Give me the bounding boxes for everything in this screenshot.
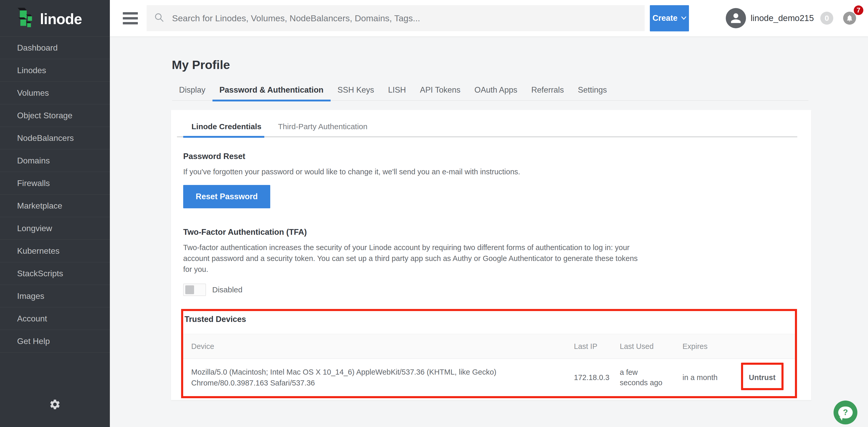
expires-cell: in a month <box>682 373 717 382</box>
sidebar-item-domains[interactable]: Domains <box>0 149 110 172</box>
sidebar-item-linodes[interactable]: Linodes <box>0 59 110 82</box>
help-chat-button[interactable]: ? <box>834 401 857 424</box>
linode-cloud-manager: linode Dashboard Linodes Volumes Object … <box>0 0 868 427</box>
user-avatar[interactable] <box>726 8 746 28</box>
tab-lish[interactable]: LISH <box>381 85 413 101</box>
search-icon <box>154 12 165 24</box>
table-row: Mozilla/5.0 (Macintosh; Intel Mac OS X 1… <box>183 359 795 396</box>
events-count-badge[interactable]: 0 <box>820 12 833 25</box>
trusted-devices-highlight: Trusted Devices Device Last IP Last Used… <box>181 309 797 398</box>
tab-referrals[interactable]: Referrals <box>524 85 571 101</box>
search-input[interactable] <box>172 13 645 24</box>
trusted-devices-table-header: Device Last IP Last Used Expires <box>183 334 795 359</box>
tfa-toggle-label: Disabled <box>212 285 243 294</box>
device-cell: Mozilla/5.0 (Macintosh; Intel Mac OS X 1… <box>191 367 564 388</box>
last-ip-cell: 172.18.0.3 <box>574 373 610 382</box>
menu-hamburger-icon[interactable] <box>123 12 138 24</box>
sidebar-item-longview[interactable]: Longview <box>0 217 110 239</box>
sidebar-nav: Dashboard Linodes Volumes Object Storage… <box>0 36 110 352</box>
tfa-description: Two-factor authentication increases the … <box>183 242 647 275</box>
tab-oauth-apps[interactable]: OAuth Apps <box>467 85 524 101</box>
trusted-devices-heading: Trusted Devices <box>184 315 795 324</box>
tab-ssh-keys[interactable]: SSH Keys <box>331 85 381 101</box>
tfa-toggle-row: Disabled <box>183 284 811 296</box>
linode-logo-icon <box>17 7 34 31</box>
person-icon <box>728 11 743 25</box>
column-last-used: Last Used <box>620 342 654 351</box>
sidebar-item-volumes[interactable]: Volumes <box>0 82 110 104</box>
sidebar-item-get-help[interactable]: Get Help <box>0 330 110 352</box>
sidebar-item-images[interactable]: Images <box>0 285 110 307</box>
sidebar-item-firewalls[interactable]: Firewalls <box>0 172 110 194</box>
password-reset-heading: Password Reset <box>183 152 811 161</box>
profile-tabs: Display Password & Authentication SSH Ke… <box>172 85 808 101</box>
password-authentication-card: Linode Credentials Third-Party Authentic… <box>171 110 811 400</box>
subtab-third-party-auth[interactable]: Third-Party Authentication <box>270 120 376 133</box>
main-content: My Profile Display Password & Authentica… <box>110 36 868 427</box>
notifications-bell[interactable]: 7 <box>843 12 856 25</box>
sidebar-item-object-storage[interactable]: Object Storage <box>0 104 110 126</box>
toggle-knob <box>185 285 194 294</box>
active-subtab-indicator <box>183 136 264 138</box>
help-question-icon: ? <box>838 406 853 419</box>
sidebar-item-kubernetes[interactable]: Kubernetes <box>0 239 110 262</box>
tab-display[interactable]: Display <box>172 85 213 101</box>
sidebar-item-dashboard[interactable]: Dashboard <box>0 36 110 59</box>
linode-logo[interactable]: linode <box>0 0 110 36</box>
global-search <box>147 5 645 31</box>
tab-api-tokens[interactable]: API Tokens <box>413 85 467 101</box>
bell-icon <box>843 12 856 25</box>
settings-gear-icon[interactable] <box>0 398 110 410</box>
tfa-heading: Two-Factor Authentication (TFA) <box>183 228 811 237</box>
sidebar-item-marketplace[interactable]: Marketplace <box>0 194 110 217</box>
auth-subtabs: Linode Credentials Third-Party Authentic… <box>171 110 811 133</box>
brand-name: linode <box>40 10 82 28</box>
last-used-cell: a few seconds ago <box>620 367 668 388</box>
topbar: Create linode_demo215 0 7 <box>110 0 868 36</box>
tab-password-authentication[interactable]: Password & Authentication <box>213 85 331 101</box>
chevron-down-icon <box>681 16 686 20</box>
page-title: My Profile <box>172 58 868 72</box>
subtab-linode-credentials[interactable]: Linode Credentials <box>183 120 270 133</box>
password-reset-description: If you've forgotten your password or wou… <box>183 166 797 177</box>
reset-password-button[interactable]: Reset Password <box>183 185 270 208</box>
untrust-button[interactable]: Untrust <box>749 373 775 382</box>
create-button[interactable]: Create <box>650 5 689 31</box>
sidebar: linode Dashboard Linodes Volumes Object … <box>0 0 110 427</box>
tab-settings[interactable]: Settings <box>571 85 614 101</box>
sidebar-item-nodebalancers[interactable]: NodeBalancers <box>0 126 110 149</box>
sidebar-item-stackscripts[interactable]: StackScripts <box>0 262 110 285</box>
column-last-ip: Last IP <box>574 342 597 351</box>
subtab-underline <box>177 137 797 137</box>
column-device: Device <box>191 342 214 351</box>
username[interactable]: linode_demo215 <box>751 13 814 23</box>
column-expires: Expires <box>682 342 708 351</box>
tfa-toggle[interactable] <box>183 284 206 296</box>
notification-count-badge: 7 <box>854 5 863 15</box>
sidebar-item-account[interactable]: Account <box>0 307 110 330</box>
